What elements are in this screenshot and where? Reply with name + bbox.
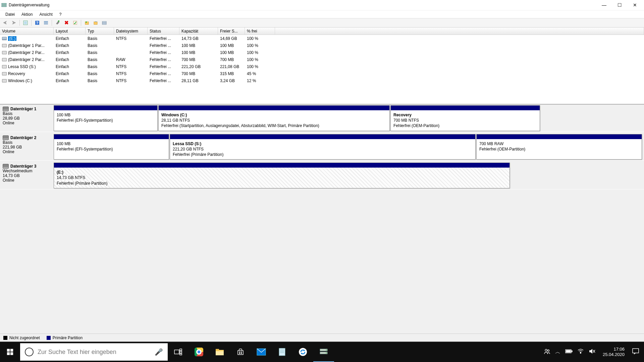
delete-button[interactable]: ✖ — [63, 19, 70, 26]
notifications-button[interactable] — [632, 348, 639, 356]
col-free[interactable]: Freier S... — [218, 27, 245, 35]
help-button[interactable]: ? — [34, 19, 41, 26]
disk-row: Datenträger 2Basis221,98 GBOnline100 MBF… — [0, 133, 644, 161]
menu-file[interactable]: Datei — [2, 11, 18, 17]
volume-row[interactable]: (E:)EinfachBasisNTFSFehlerfrei ...14,73 … — [0, 35, 644, 42]
volume-list-header[interactable]: Volume Layout Typ Dateisystem Status Kap… — [0, 27, 644, 35]
partition[interactable]: Lessa SSD (S:)221,20 GB NTFSFehlerfrei (… — [170, 134, 476, 160]
mail-icon[interactable] — [251, 342, 272, 362]
svg-rect-13 — [94, 22, 97, 24]
svg-rect-3 — [24, 21, 27, 24]
col-status[interactable]: Status — [148, 27, 179, 35]
svg-point-47 — [326, 353, 327, 354]
clock-time: 17:06 — [603, 347, 625, 352]
legend-unallocated: Nicht zugeordnet — [3, 336, 40, 340]
svg-rect-23 — [180, 354, 182, 355]
volume-row[interactable]: (Datenträger 2 Par...EinfachBasisFehlerf… — [0, 49, 644, 56]
taskbar[interactable]: 🎤 ︿ 17:06 25.04.2020 — [0, 342, 644, 362]
maximize-button[interactable]: ☐ — [612, 0, 627, 10]
minimize-button[interactable]: — — [596, 0, 612, 10]
col-layout[interactable]: Layout — [54, 27, 86, 35]
col-capacity[interactable]: Kapazität — [179, 27, 218, 35]
svg-rect-22 — [180, 351, 182, 353]
close-button[interactable]: ✕ — [627, 0, 643, 10]
svg-rect-1 — [2, 5, 6, 7]
svg-point-48 — [545, 349, 547, 351]
pinned-apps — [168, 342, 334, 362]
disk-info[interactable]: Datenträger 2Basis221,98 GBOnline — [0, 133, 54, 161]
start-button[interactable] — [0, 342, 20, 362]
svg-rect-19 — [10, 352, 13, 355]
mic-icon[interactable]: 🎤 — [155, 348, 163, 356]
explorer-icon[interactable] — [209, 342, 230, 362]
volume-row[interactable]: Windows (C:)EinfachBasisNTFSFehlerfrei .… — [0, 77, 644, 84]
partition[interactable]: 700 MB RAWFehlerfrei (OEM-Partition) — [476, 134, 642, 160]
clock[interactable]: 17:06 25.04.2020 — [600, 347, 627, 358]
content-area: Volume Layout Typ Dateisystem Status Kap… — [0, 27, 644, 342]
partition[interactable]: 100 MBFehlerfrei (EFI-Systempartition) — [54, 105, 158, 131]
col-pct[interactable]: % frei — [245, 27, 275, 35]
notepad-icon[interactable] — [272, 342, 292, 362]
window-title: Datenträgerverwaltung — [9, 3, 596, 7]
legend-unallocated-label: Nicht zugeordnet — [9, 336, 40, 340]
partition[interactable]: Windows (C:)28,11 GB NTFSFehlerfrei (Sta… — [158, 105, 390, 131]
properties-button[interactable] — [71, 19, 79, 26]
task-view-button[interactable] — [168, 342, 189, 362]
svg-rect-21 — [180, 349, 182, 351]
app-window: Datenträgerverwaltung — ☐ ✕ Datei Aktion… — [0, 0, 644, 342]
partition[interactable]: 100 MBFehlerfrei (EFI-Systempartition) — [54, 134, 169, 160]
sync-icon[interactable] — [292, 342, 313, 362]
svg-rect-9 — [58, 20, 59, 22]
titlebar[interactable]: Datenträgerverwaltung — ☐ ✕ — [0, 0, 644, 10]
partition-container: 100 MBFehlerfrei (EFI-Systempartition)Le… — [54, 133, 643, 161]
volume-row[interactable]: (Datenträger 2 Par...EinfachBasisRAWFehl… — [0, 56, 644, 63]
store-icon[interactable] — [230, 342, 251, 362]
forward-button: ⮞ — [10, 19, 17, 26]
refresh-button[interactable] — [22, 19, 29, 26]
partition[interactable]: Recovery700 MB NTFSFehlerfrei (OEM-Parti… — [390, 105, 540, 131]
disk-info[interactable]: Datenträger 1Basis28,89 GBOnline — [0, 105, 54, 132]
disk-row: Datenträger 1Basis28,89 GBOnline100 MBFe… — [0, 105, 644, 132]
search-input[interactable] — [38, 349, 151, 356]
system-tray[interactable]: ︿ 17:06 25.04.2020 — [539, 342, 644, 362]
settings-button[interactable] — [54, 19, 61, 26]
list-view-button[interactable] — [42, 19, 50, 26]
menu-action[interactable]: Aktion — [18, 11, 36, 17]
volume-row[interactable]: (Datenträger 1 Par...EinfachBasisFehlerf… — [0, 42, 644, 49]
svg-rect-32 — [216, 351, 224, 355]
legend: Nicht zugeordnet Primäre Partition — [0, 334, 644, 342]
disk-map[interactable]: Datenträger 1Basis28,89 GBOnline100 MBFe… — [0, 105, 644, 334]
volume-row[interactable]: Lessa SSD (S:)EinfachBasisNTFSFehlerfrei… — [0, 63, 644, 70]
svg-rect-0 — [2, 3, 6, 5]
partition[interactable]: (E:)14,73 GB NTFSFehlerfrei (Primäre Par… — [54, 163, 510, 188]
col-volume[interactable]: Volume — [0, 27, 54, 35]
volume-row[interactable]: RecoveryEinfachBasisNTFSFehlerfrei ...70… — [0, 70, 644, 77]
disk-info[interactable]: Datenträger 3Wechselmedium14,73 GBOnline — [0, 162, 54, 189]
people-icon[interactable] — [544, 348, 550, 356]
action2-button[interactable] — [92, 19, 99, 26]
menu-view[interactable]: Ansicht — [36, 11, 56, 17]
menu-help[interactable]: ? — [56, 11, 65, 17]
col-type[interactable]: Typ — [86, 27, 114, 35]
action1-button[interactable] — [83, 19, 91, 26]
col-fs[interactable]: Dateisystem — [114, 27, 148, 35]
diskmgmt-taskbar-icon[interactable] — [313, 342, 334, 362]
volume-list[interactable]: Volume Layout Typ Dateisystem Status Kap… — [0, 27, 644, 105]
battery-icon[interactable] — [565, 349, 573, 355]
action3-button[interactable] — [101, 19, 108, 26]
legend-primary-label: Primäre Partition — [53, 336, 83, 340]
wifi-icon[interactable] — [577, 349, 584, 355]
toolbar: ⮜ ⮞ ? ✖ — [0, 18, 644, 27]
svg-rect-18 — [7, 352, 10, 355]
svg-rect-52 — [566, 350, 571, 352]
volume-muted-icon[interactable] — [589, 348, 595, 356]
chrome-icon[interactable] — [189, 342, 209, 362]
svg-rect-8 — [44, 24, 48, 24]
tray-chevron-icon[interactable]: ︿ — [555, 349, 560, 356]
search-box[interactable]: 🎤 — [20, 343, 168, 361]
svg-rect-33 — [239, 352, 240, 353]
svg-rect-35 — [239, 353, 240, 354]
svg-point-43 — [299, 348, 307, 356]
svg-rect-7 — [44, 22, 48, 23]
window-controls: — ☐ ✕ — [596, 0, 643, 10]
